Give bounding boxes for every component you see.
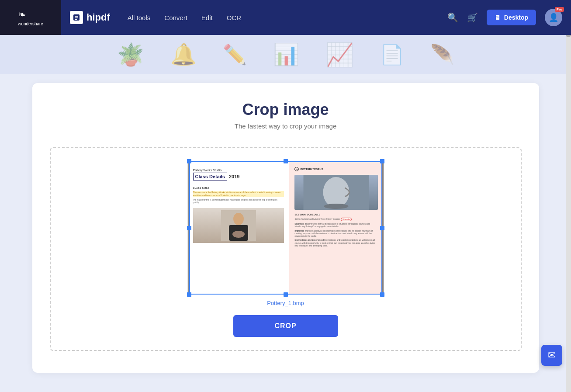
svg-rect-3 (75, 19, 77, 20)
document-content: Pottery Works Studio Class Details 2019 … (188, 162, 384, 294)
svg-point-9 (323, 177, 350, 208)
nav-all-tools[interactable]: All tools (128, 14, 151, 21)
hero-banner: 🪴 🔔 ✏️ 📊 📈 📄 🪶 (0, 35, 571, 74)
crop-card: Crop image The fastest way to crop your … (32, 83, 539, 373)
pottery-mug-image (294, 175, 378, 210)
wondershare-logo: ❧ wondershare (0, 0, 61, 35)
cart-button[interactable]: 🛒 (467, 12, 478, 23)
svg-point-7 (232, 231, 245, 238)
doc-main-title: Class Details (193, 173, 227, 180)
hipdf-label: hipdf (87, 12, 110, 23)
hipdf-icon (70, 11, 83, 24)
image-preview: Pottery Works Studio Class Details 2019 … (187, 161, 384, 295)
svg-rect-2 (75, 17, 78, 18)
doc-normal-text: The reason for this is so that students … (193, 199, 284, 205)
user-avatar-wrap[interactable]: 👤 Pro (545, 9, 562, 26)
feather-icon: 🪶 (430, 43, 454, 66)
chat-fab-button[interactable]: ✉ (541, 345, 562, 366)
crop-button[interactable]: CROP (233, 315, 338, 337)
nav-actions: 🔍 🛒 🖥 Desktop 👤 Pro (447, 9, 562, 26)
doc-small-title: Pottery Works Studio (193, 169, 284, 172)
main-content: Crop image The fastest way to crop your … (0, 74, 571, 390)
document-icon: 📄 (380, 43, 404, 66)
page-title: Crop image (50, 101, 522, 119)
desktop-button[interactable]: 🖥 Desktop (487, 10, 536, 25)
presentation-icon: 📈 (325, 42, 354, 68)
scrollbar[interactable] (566, 0, 571, 392)
doc-right-panel: ⊙ POTTERY WORKS (289, 162, 383, 294)
hipdf-brand[interactable]: hipdf (70, 11, 110, 24)
chart-icon: 📊 (273, 42, 299, 67)
crop-mask-left (188, 162, 190, 294)
doc-improvers-text: Improvers Improvers will revisit old tec… (294, 230, 378, 238)
doc-session-text: Spring, Summer and Autumn Three Pottery … (294, 218, 378, 221)
doc-left-panel: Pottery Works Studio Class Details 2019 … (188, 162, 290, 294)
avatar-icon: 👤 (549, 13, 558, 22)
doc-beginner-text: Beginners Beginners will learn all the b… (294, 223, 378, 229)
filename-label: Pottery_1.bmp (267, 300, 304, 306)
wondershare-label: wondershare (18, 21, 43, 26)
search-icon: 🔍 (447, 12, 458, 23)
svg-rect-1 (75, 16, 78, 17)
crop-btn-wrap: CROP (233, 315, 338, 337)
pottery-works-logo-circle: ⊙ (294, 167, 299, 171)
doc-section-class-sizes: CLASS SIZES (193, 187, 284, 189)
image-workspace: Pottery Works Studio Class Details 2019 … (50, 147, 522, 351)
hero-decorative-icons: 🪴 🔔 ✏️ 📊 📈 📄 🪶 (117, 42, 454, 68)
chat-icon: ✉ (548, 350, 556, 361)
pencil-icon: ✏️ (223, 43, 247, 66)
navbar: ❧ wondershare hipdf All tools Convert Ed… (0, 0, 571, 35)
nav-ocr[interactable]: OCR (227, 14, 241, 21)
doc-right-logo: ⊙ POTTERY WORKS (294, 167, 378, 171)
svg-point-10 (324, 204, 349, 209)
nav-convert[interactable]: Convert (164, 14, 187, 21)
doc-highlight-text: The courses at the Pottery Works studio … (193, 191, 284, 197)
nav-links: All tools Convert Edit OCR (128, 14, 447, 21)
cart-icon: 🛒 (467, 12, 478, 23)
monitor-icon: 🖥 (495, 14, 501, 21)
desktop-btn-label: Desktop (504, 14, 528, 21)
crop-mask-right (382, 162, 384, 294)
nav-edit[interactable]: Edit (201, 14, 213, 21)
weeks-badge: 10 weeks (341, 218, 352, 221)
search-button[interactable]: 🔍 (447, 12, 458, 23)
svg-point-5 (233, 213, 244, 225)
pottery-person-image (193, 208, 284, 243)
crop-container[interactable]: Pottery Works Studio Class Details 2019 … (187, 161, 384, 295)
doc-session-label: SESSION SCHEDULE (294, 213, 378, 216)
doc-year: 2019 (229, 174, 239, 179)
pro-badge: Pro (555, 7, 564, 12)
wondershare-icon: ❧ (18, 9, 43, 21)
page-subtitle: The fastest way to crop your image (50, 122, 522, 130)
lamp-icon: 🔔 (170, 42, 197, 67)
plant-icon: 🪴 (117, 42, 144, 67)
pottery-person-placeholder (193, 208, 284, 243)
doc-advanced-text: Intermediates and Experienced Intermedia… (294, 239, 378, 247)
